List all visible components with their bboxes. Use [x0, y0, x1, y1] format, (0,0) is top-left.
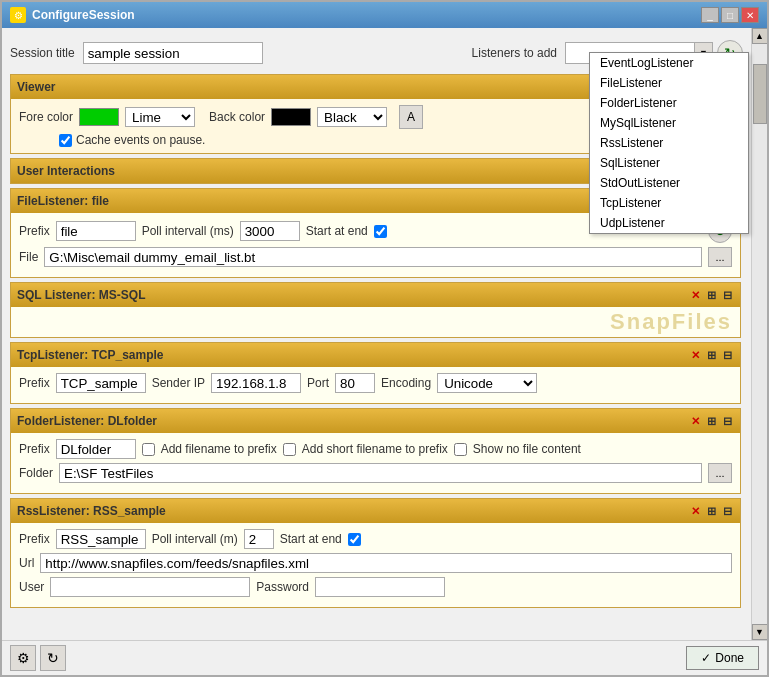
folder-show-no-file-checkbox[interactable] — [454, 443, 467, 456]
minimize-button[interactable]: _ — [701, 7, 719, 23]
folder-add-filename-checkbox[interactable] — [142, 443, 155, 456]
sql-listener-header: SQL Listener: MS-SQL ✕ ⊞ ⊟ — [11, 283, 740, 307]
listeners-dropdown-popup: EventLogListener FileListener FolderList… — [589, 52, 749, 234]
listeners-label: Listeners to add — [472, 46, 557, 60]
rss-password-input[interactable] — [315, 577, 445, 597]
tcp-encoding-select[interactable]: Unicode ASCII UTF-8 — [437, 373, 537, 393]
rss-poll-label: Poll intervall (m) — [152, 532, 238, 546]
sql-expand-icon[interactable]: ⊞ — [704, 288, 718, 302]
tcp-remove-icon[interactable]: ✕ — [688, 348, 702, 362]
scroll-up-button[interactable]: ▲ — [752, 28, 768, 44]
tcp-sender-label: Sender IP — [152, 376, 205, 390]
done-label: Done — [715, 651, 744, 665]
dropdown-item-mysql[interactable]: MySqlListener — [590, 113, 748, 133]
sql-listener-title: SQL Listener: MS-SQL — [17, 288, 145, 302]
tcp-prefix-input[interactable] — [56, 373, 146, 393]
fore-color-label: Fore color — [19, 110, 73, 124]
bottom-action2-button[interactable]: ↻ — [40, 645, 66, 671]
app-icon: ⚙ — [10, 7, 26, 23]
main-scrollbar: ▲ ▼ — [751, 28, 767, 640]
dropdown-item-tcp[interactable]: TcpListener — [590, 193, 748, 213]
folder-listener-body: Prefix Add filename to prefix Add short … — [11, 433, 740, 493]
file-poll-label: Poll intervall (ms) — [142, 224, 234, 238]
session-title-input[interactable] — [83, 42, 263, 64]
rss-listener-section: RssListener: RSS_sample ✕ ⊞ ⊟ Prefix Pol… — [10, 498, 741, 608]
sql-collapse-icon[interactable]: ⊟ — [720, 288, 734, 302]
dropdown-item-rss[interactable]: RssListener — [590, 133, 748, 153]
folder-remove-icon[interactable]: ✕ — [688, 414, 702, 428]
rss-password-label: Password — [256, 580, 309, 594]
folder-prefix-input[interactable] — [56, 439, 136, 459]
session-title-label: Session title — [10, 46, 75, 60]
tcp-encoding-label: Encoding — [381, 376, 431, 390]
rss-poll-input[interactable] — [244, 529, 274, 549]
main-content: Session title Listeners to add ▼ ↻ Event… — [2, 28, 751, 640]
folder-collapse-icon[interactable]: ⊟ — [720, 414, 734, 428]
rss-url-input[interactable] — [40, 553, 732, 573]
tcp-listener-header: TcpListener: TCP_sample ✕ ⊞ ⊟ — [11, 343, 740, 367]
scroll-down-button[interactable]: ▼ — [752, 624, 768, 640]
folder-expand-icon[interactable]: ⊞ — [704, 414, 718, 428]
dropdown-item-folder[interactable]: FolderListener — [590, 93, 748, 113]
tcp-sender-input[interactable] — [211, 373, 301, 393]
rss-prefix-input[interactable] — [56, 529, 146, 549]
dropdown-item-udp[interactable]: UdpListener — [590, 213, 748, 233]
dropdown-item-eventlog[interactable]: EventLogListener — [590, 53, 748, 73]
tcp-port-label: Port — [307, 376, 329, 390]
content-area: Session title Listeners to add ▼ ↻ Event… — [2, 28, 767, 640]
dropdown-item-file[interactable]: FileListener — [590, 73, 748, 93]
done-button[interactable]: ✓ Done — [686, 646, 759, 670]
file-listener-title: FileListener: file — [17, 194, 109, 208]
font-icon-button[interactable]: A — [399, 105, 423, 129]
configure-session-window: ⚙ ConfigureSession _ □ ✕ Session title L… — [0, 0, 769, 677]
scrollbar-thumb[interactable] — [753, 64, 767, 124]
fore-color-select[interactable]: Lime — [125, 107, 195, 127]
rss-prefix-label: Prefix — [19, 532, 50, 546]
folder-listener-title: FolderListener: DLfolder — [17, 414, 157, 428]
scrollbar-track[interactable] — [753, 44, 767, 624]
sql-remove-icon[interactable]: ✕ — [688, 288, 702, 302]
rss-start-checkbox[interactable] — [348, 533, 361, 546]
folder-add-short-label: Add short filename to prefix — [302, 442, 448, 456]
file-poll-input[interactable] — [240, 221, 300, 241]
file-start-checkbox[interactable] — [374, 225, 387, 238]
rss-remove-icon[interactable]: ✕ — [688, 504, 702, 518]
tcp-port-input[interactable] — [335, 373, 375, 393]
folder-add-filename-label: Add filename to prefix — [161, 442, 277, 456]
close-button[interactable]: ✕ — [741, 7, 759, 23]
tcp-collapse-icon[interactable]: ⊟ — [720, 348, 734, 362]
file-path-input[interactable] — [44, 247, 702, 267]
cache-events-checkbox[interactable] — [59, 134, 72, 147]
rss-user-label: User — [19, 580, 44, 594]
folder-path-input[interactable] — [59, 463, 702, 483]
dropdown-item-stdout[interactable]: StdOutListener — [590, 173, 748, 193]
rss-expand-icon[interactable]: ⊞ — [704, 504, 718, 518]
window-title: ConfigureSession — [32, 8, 135, 22]
folder-add-short-checkbox[interactable] — [283, 443, 296, 456]
folder-folder-label: Folder — [19, 466, 53, 480]
folder-prefix-label: Prefix — [19, 442, 50, 456]
rss-collapse-icon[interactable]: ⊟ — [720, 504, 734, 518]
user-interactions-title: User Interactions — [17, 164, 115, 178]
back-color-select[interactable]: Black — [317, 107, 387, 127]
back-color-label: Back color — [209, 110, 265, 124]
back-color-swatch[interactable] — [271, 108, 311, 126]
bottom-action1-button[interactable]: ⚙ — [10, 645, 36, 671]
folder-browse-button[interactable]: ... — [708, 463, 732, 483]
file-prefix-input[interactable] — [56, 221, 136, 241]
rss-listener-title: RssListener: RSS_sample — [17, 504, 166, 518]
fore-color-swatch[interactable] — [79, 108, 119, 126]
file-file-label: File — [19, 250, 38, 264]
done-icon: ✓ — [701, 651, 711, 665]
tcp-listener-title: TcpListener: TCP_sample — [17, 348, 163, 362]
rss-start-label: Start at end — [280, 532, 342, 546]
title-bar: ⚙ ConfigureSession _ □ ✕ — [2, 2, 767, 28]
file-prefix-label: Prefix — [19, 224, 50, 238]
rss-user-input[interactable] — [50, 577, 250, 597]
viewer-title: Viewer — [17, 80, 55, 94]
fore-color-dropdown: Lime — [125, 107, 195, 127]
dropdown-item-sql[interactable]: SqlListener — [590, 153, 748, 173]
file-browse-button[interactable]: ... — [708, 247, 732, 267]
maximize-button[interactable]: □ — [721, 7, 739, 23]
tcp-expand-icon[interactable]: ⊞ — [704, 348, 718, 362]
